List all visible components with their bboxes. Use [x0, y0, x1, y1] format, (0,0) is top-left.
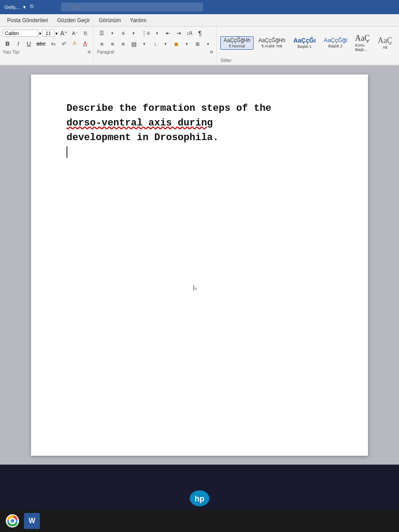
borders-btn[interactable]: ⊞ — [193, 39, 203, 49]
sort-btn[interactable]: ↕A — [184, 28, 194, 38]
document-cursor — [66, 146, 67, 158]
document-content[interactable]: Describe the formation steps of the dors… — [66, 101, 332, 160]
font-label-row: Yazı Tipi ⧉ — [3, 50, 90, 55]
style-normal-label: ¶ Normal — [229, 44, 245, 48]
document-page[interactable]: Describe the formation steps of the dors… — [31, 74, 368, 456]
align-left-btn[interactable]: ≡ — [97, 39, 107, 49]
style-normal-preview: AaÇçĞğHh — [223, 38, 250, 43]
highlight-btn[interactable]: A — [70, 39, 79, 48]
style-konu-label: Konu Başlı... — [355, 43, 370, 52]
shading-arrow[interactable]: ▾ — [182, 39, 192, 49]
multilevel-list-arrow[interactable]: ▾ — [153, 28, 162, 38]
style-alt[interactable]: AaÇ Alt — [375, 35, 395, 51]
ribbon: Calibri ▾ 11 ▾ A⁺ A⁻ ⎗ B I U abc x₂ x² A… — [0, 27, 399, 66]
font-color-btn[interactable]: A — [80, 39, 90, 48]
paragraph-section: ☰ ▾ ≡ ▾ ⋮≡ ▾ ⇤ ⇥ ↕A ¶ ≡ ≡ ≡ ▤ ▾ — [94, 27, 217, 65]
hp-logo-container: hp — [188, 489, 211, 509]
strikethrough-btn[interactable]: abc — [35, 39, 47, 48]
styles-section: AaÇçĞğHh ¶ Normal AaÇçĞğHh ¶ Aralık Yok … — [217, 27, 399, 65]
pilcrow-btn[interactable]: ¶ — [195, 28, 205, 38]
title-bar: Geliş... ▾ 🔍 — [0, 0, 399, 14]
font-section-label: Yazı Tipi — [3, 50, 20, 55]
paragraph-row-2: ≡ ≡ ≡ ▤ ▾ ↕ ▾ ◼ ▾ ⊞ ▾ — [97, 39, 213, 49]
menu-gozden[interactable]: Gözden Geçir — [54, 16, 94, 25]
font-section-expander[interactable]: ⧉ — [88, 50, 90, 55]
style-alt-preview: AaÇ — [378, 36, 392, 44]
font-size-arrow[interactable]: ▾ — [55, 31, 58, 36]
style-konu[interactable]: AaÇ Konu Başlı... — [352, 33, 373, 53]
shading-btn[interactable]: ◼ — [172, 39, 181, 49]
style-baslik2[interactable]: AaÇçĞğt Başlık 2 — [321, 36, 350, 50]
font-size-dropdown[interactable]: 11 — [42, 30, 55, 37]
document-line-2-underline: dorso-ventral axis during — [66, 117, 213, 129]
font-name-arrow[interactable]: ▾ — [39, 31, 41, 36]
menu-gorunum[interactable]: Görünüm — [95, 16, 125, 25]
underline-btn[interactable]: U — [24, 39, 34, 48]
document-line-2: dorso-ventral axis during — [66, 116, 332, 130]
paragraph-row-1: ☰ ▾ ≡ ▾ ⋮≡ ▾ ⇤ ⇥ ↕A ¶ — [97, 28, 213, 38]
style-normal[interactable]: AaÇçĞğHh ¶ Normal — [220, 36, 254, 50]
subscript-btn[interactable]: x₂ — [48, 39, 58, 48]
styles-label: Stiller — [220, 58, 231, 63]
menu-yardim[interactable]: Yardım — [126, 16, 150, 25]
superscript-btn[interactable]: x² — [59, 39, 69, 48]
search-input[interactable] — [61, 3, 203, 12]
font-name-dropdown[interactable]: Calibri — [3, 30, 38, 37]
bullet-list-btn[interactable]: ☰ — [97, 28, 107, 38]
style-baslik2-label: Başlık 2 — [329, 44, 343, 48]
line-spacing-arrow[interactable]: ▾ — [161, 39, 171, 49]
font-section: Calibri ▾ 11 ▾ A⁺ A⁻ ⎗ B I U abc x₂ x² A… — [0, 27, 94, 65]
justify-btn[interactable]: ▤ — [129, 39, 139, 49]
increase-indent-btn[interactable]: ⇥ — [174, 28, 184, 38]
indent-arrow[interactable]: ▾ — [140, 39, 149, 49]
style-baslik2-preview: AaÇçĞğt — [324, 37, 347, 43]
svg-text:hp: hp — [195, 494, 204, 503]
document-line-3: development in Drosophila. — [66, 130, 332, 145]
decrease-indent-btn[interactable]: ⇤ — [163, 28, 173, 38]
line-spacing-btn[interactable]: ↕ — [150, 39, 160, 49]
style-baslik1[interactable]: AaÇçĞı Başlık 1 — [290, 36, 319, 50]
numbered-list-btn[interactable]: ≡ — [118, 28, 128, 38]
menu-posta[interactable]: Posta Gönderileri — [4, 16, 52, 25]
italic-btn[interactable]: I — [13, 39, 23, 48]
style-alt-label: Alt — [383, 45, 387, 50]
app-title[interactable]: Geliş... — [4, 4, 20, 10]
text-cursor-indicator: I≡ — [193, 284, 197, 292]
taskbar-chrome[interactable] — [4, 512, 21, 530]
styles-label-row: Stiller — [220, 58, 395, 63]
word-icon: W — [24, 513, 40, 529]
clear-format-btn[interactable]: ⎗ — [81, 28, 90, 38]
document-wrapper: Describe the formation steps of the dors… — [0, 66, 399, 465]
style-aralik-label: ¶ Aralık Yok — [262, 44, 282, 48]
taskbar-word[interactable]: W — [23, 512, 41, 530]
numbered-list-arrow[interactable]: ▾ — [129, 28, 139, 38]
taskbar: W — [0, 510, 399, 532]
font-increase-btn[interactable]: A⁺ — [59, 28, 69, 38]
styles-row: AaÇçĞğHh ¶ Normal AaÇçĞğHh ¶ Aralık Yok … — [220, 28, 395, 57]
paragraph-label: Paragraf — [97, 50, 114, 55]
style-aralik-preview: AaÇçĞğHh — [258, 38, 286, 43]
bullet-list-arrow[interactable]: ▾ — [108, 28, 117, 38]
font-row-1: Calibri ▾ 11 ▾ A⁺ A⁻ ⎗ — [3, 28, 90, 38]
hp-logo: hp — [188, 489, 211, 507]
align-center-btn[interactable]: ≡ — [108, 39, 117, 49]
style-baslik1-label: Başlık 1 — [297, 44, 312, 49]
paragraph-expander[interactable]: ⧉ — [210, 50, 213, 55]
menu-bar: Posta Gönderileri Gözden Geçir Görünüm Y… — [0, 14, 399, 27]
multilevel-list-btn[interactable]: ⋮≡ — [140, 28, 152, 38]
svg-point-5 — [11, 519, 14, 523]
bold-btn[interactable]: B — [3, 39, 12, 48]
font-decrease-btn[interactable]: A⁻ — [70, 28, 80, 38]
style-aralik-yok[interactable]: AaÇçĞğHh ¶ Aralık Yok — [255, 36, 289, 50]
align-right-btn[interactable]: ≡ — [118, 39, 128, 49]
style-baslik1-preview: AaÇçĞı — [293, 37, 316, 43]
paragraph-label-row: Paragraf ⧉ — [97, 50, 213, 55]
document-line-1: Describe the formation steps of the — [66, 101, 332, 116]
title-bar-left: Geliş... ▾ — [4, 4, 26, 10]
style-konu-preview: AaÇ — [355, 34, 370, 42]
search-icon: 🔍 — [29, 4, 36, 10]
font-row-2: B I U abc x₂ x² A A — [3, 39, 90, 48]
borders-arrow[interactable]: ▾ — [203, 39, 213, 49]
search-container: 🔍 — [26, 3, 203, 12]
